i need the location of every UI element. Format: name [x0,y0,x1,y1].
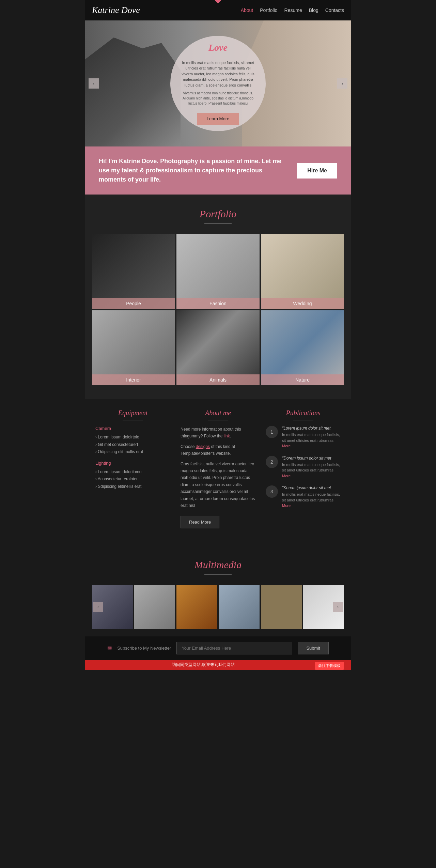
hero-people-silhouette [85,37,181,146]
hero-title: Love [208,42,228,53]
multimedia-item[interactable] [261,585,302,629]
hire-me-button[interactable]: Hire Me [297,163,337,179]
publication-title: "Dorem ipsum dolor sit met [282,456,341,461]
nav-item-about[interactable]: About [241,7,253,13]
equip-item: Sdipiscing elitmellis erat [95,483,170,491]
hero-prev-arrow[interactable]: ‹ [89,78,99,89]
hero-overlay-circle: Love In mollis erat mattis neque facilis… [170,36,266,131]
publication-item: 1"Lorem ipsum dolor sit metIn mollis era… [266,426,341,449]
publication-text: In mollis erat mattis neque facilisis, s… [282,432,341,449]
equipment-content: CameraLorem ipsum doloirtoloGit met cons… [95,426,170,491]
equip-group-title: Camera [95,426,170,431]
about-title: About me [181,409,255,417]
hero-next-arrow[interactable]: › [337,78,347,89]
hero-text2: Vivamus at magna non nunc tristique rhon… [181,91,255,106]
publications-title: Publications [266,409,341,417]
portfolio-item-wedding[interactable]: Wedding [261,234,344,309]
publication-item: 2"Dorem ipsum dolor sit metIn mollis era… [266,456,341,479]
portfolio-title: Portfolio [85,195,351,223]
about-col: About me Need more information about thi… [181,409,255,528]
portfolio-divider [204,223,232,224]
newsletter-email-input[interactable] [176,642,292,654]
portfolio-label: People [92,298,175,309]
publication-number: 3 [266,485,278,498]
multimedia-item[interactable] [219,585,260,629]
hero-text1: In mollis erat mattis neque facilisis, s… [181,60,255,88]
publication-more-link[interactable]: More [282,474,291,478]
newsletter-submit-button[interactable]: Submit [298,642,328,654]
nav-arrow-indicator [215,0,221,3]
equip-item: Git met consecteturert [95,441,170,449]
portfolio-item-interior[interactable]: Interior [92,310,175,385]
multimedia-item[interactable] [176,585,217,629]
nav-item-blog[interactable]: Blog [309,7,318,13]
publication-title: "Lorem ipsum dolor sit met [282,426,341,431]
portfolio-label: Wedding [261,298,344,309]
portfolio-item-people[interactable]: People [92,234,175,309]
read-more-button[interactable]: Read More [181,516,219,528]
portfolio-item-nature[interactable]: Nature [261,310,344,385]
main-nav: AboutPortfolioResumeBlogContacts [241,7,344,13]
about-paragraph: Cras facilisis, nulla vel viverra auctor… [181,461,255,509]
publication-item: 3"Kerem ipsum dolor sit metIn mollis era… [266,485,341,509]
equip-item: Lorem ipsum dolorilomo [95,468,170,476]
equip-item: Odipiscing elit mollis erat [95,448,170,456]
learn-more-button[interactable]: Learn More [197,113,239,125]
download-template-btn[interactable]: 前往下载模板 [315,662,344,670]
newsletter-bar: ✉ Subscribe to My Newsletter Submit [85,636,351,660]
newsletter-label: Subscribe to My Newsletter [117,646,171,651]
red-banner-text: 访问同类型网站,欢迎来到我们网站 [172,662,234,667]
nav-item-portfolio[interactable]: Portfolio [260,7,277,13]
publication-more-link[interactable]: More [282,444,291,448]
equipment-title: Equipment [95,409,170,417]
publications-divider [293,420,313,420]
publication-text: In mollis erat mattis neque facilisis, s… [282,462,341,479]
multimedia-section: Multimedia ‹ › [85,545,351,636]
about-divider [208,420,228,420]
equip-group-title: Lighting [95,461,170,466]
portfolio-label: Interior [92,374,175,385]
publication-title: "Kerem ipsum dolor sit met [282,485,341,490]
multimedia-strip: ‹ › [85,585,351,629]
intro-text: Hi! I'm Katrine Dove. Photography is a p… [99,157,297,184]
publication-text: In mollis erat mattis neque facilisis, s… [282,492,341,509]
publication-number: 1 [266,426,278,438]
equipment-col: Equipment CameraLorem ipsum doloirtoloGi… [95,409,170,528]
three-column-section: Equipment CameraLorem ipsum doloirtoloGi… [85,399,351,545]
hero-slider: Love In mollis erat mattis neque facilis… [85,20,351,146]
multimedia-next-arrow[interactable]: › [333,602,343,612]
multimedia-title: Multimedia [85,545,351,574]
nav-item-contacts[interactable]: Contacts [325,7,344,13]
publications-col: Publications 1"Lorem ipsum dolor sit met… [266,409,341,528]
portfolio-section: Portfolio PeopleFashionWeddingInteriorAn… [85,195,351,399]
equipment-divider [123,420,143,420]
equip-item: Aconsectetur teroloter [95,476,170,483]
logo: Katrine Dove [92,5,140,15]
portfolio-label: Nature [261,374,344,385]
nav-item-resume[interactable]: Resume [284,7,302,13]
header: Katrine Dove AboutPortfolioResumeBlogCon… [85,0,351,20]
portfolio-item-fashion[interactable]: Fashion [176,234,260,309]
intro-band: Hi! I'm Katrine Dove. Photography is a p… [85,146,351,195]
multimedia-item[interactable] [134,585,175,629]
red-banner[interactable]: 前往下载模板 访问同类型网站,欢迎来到我们网站 [85,660,351,670]
multimedia-divider [204,574,232,575]
publications-content: 1"Lorem ipsum dolor sit metIn mollis era… [266,426,341,509]
portfolio-label: Fashion [176,298,260,309]
equip-item: Lorem ipsum doloirtolo [95,434,170,441]
portfolio-grid: PeopleFashionWeddingInteriorAnimalsNatur… [85,234,351,396]
publication-more-link[interactable]: More [282,503,291,508]
publication-number: 2 [266,456,278,468]
portfolio-label: Animals [176,374,260,385]
newsletter-icon: ✉ [107,645,112,651]
multimedia-prev-arrow[interactable]: ‹ [93,602,103,612]
portfolio-item-animals[interactable]: Animals [176,310,260,385]
about-content: Need more information about this thingum… [181,426,255,509]
about-paragraph: Choose designs of this kind at TemplateM… [181,443,255,457]
about-paragraph: Need more information about this thingum… [181,426,255,440]
